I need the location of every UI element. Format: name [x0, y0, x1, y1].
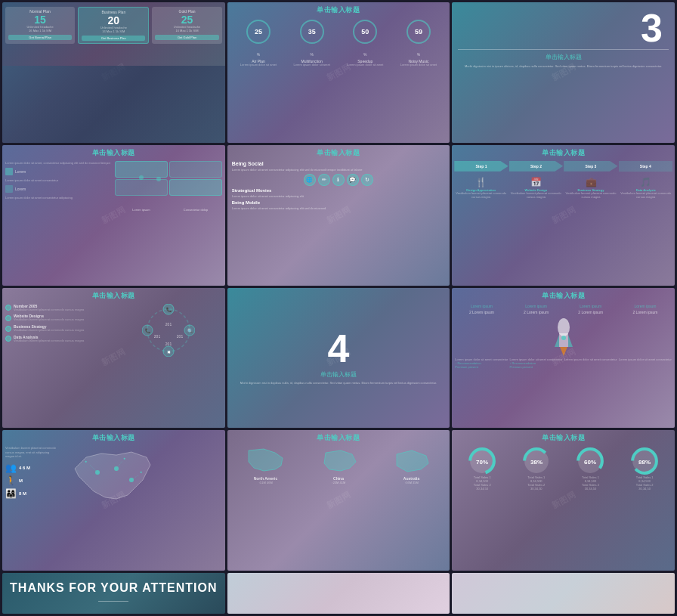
- slide-circle-stats: 新图网 单击输入标题 25 % Air Plan Lorem ipsum dol…: [227, 2, 450, 143]
- rocket-bottom-text-3: Lorem ipsum dolor sit amet consectetur: [564, 358, 617, 362]
- pie-38-svg: 38%: [523, 447, 550, 475]
- price-card-gold: Gold Plan 25 Unlimited headache16 Max 1 …: [152, 7, 221, 44]
- pricing-cards: Normal Plan 15 Unlimited headache16 Max …: [2, 5, 225, 45]
- step-4: Step 4: [640, 164, 651, 169]
- circles-row: 25 % Air Plan Lorem ipsum dolor sit amet…: [227, 17, 450, 70]
- svg-text:201: 201: [165, 322, 172, 327]
- stat-noisy-pct: %: [417, 52, 420, 57]
- loop-text-3: Business Strategy Vestibulum laoreet pla…: [14, 324, 112, 333]
- slide-social: 新图网 单击输入标题 Being Social Lorem ipsum dolo…: [227, 145, 450, 286]
- slide-empty-1: [227, 573, 450, 614]
- rocket-val-4: 2 Lorem ipsum: [619, 310, 672, 314]
- pie-88-svg: 88%: [631, 447, 658, 475]
- step2-desc: Vestibulum laoreet placerat commodo curs…: [509, 192, 563, 200]
- stat-air: 25 % Air Plan Lorem ipsum dolor sit amet: [240, 20, 277, 67]
- rocket-bottom-4: Lorem ipsum dolor sit amet consectetur: [619, 358, 672, 370]
- china-map-svg: ● ● ●: [63, 446, 162, 506]
- rocket-col-2: Lorem ipsum 2 Lorem ipsum: [510, 304, 563, 314]
- loop-desc-2: Vestibulum laoreet placerat commodo curs…: [14, 318, 112, 322]
- na-stats: ↑51M 46M: [230, 481, 301, 484]
- rocket-val-1: 2 Lorem ipsum: [455, 310, 508, 314]
- svg-point-17: [561, 336, 566, 340]
- person-icon: 🚶: [5, 475, 17, 486]
- slide-11-title: 单击输入标题: [227, 430, 450, 444]
- timeline-icons: 🍴 Design Appreciation Vestibulum laoreet…: [452, 173, 675, 201]
- step3-desc: Vestibulum laoreet placerat commodo curs…: [564, 192, 618, 200]
- loop-desc-3: Vestibulum laoreet placerat commodo curs…: [14, 329, 112, 333]
- slide-rockets: 新图网 单击输入标题 Lorem ipsum 2 Lorem ipsum Lor…: [452, 288, 675, 429]
- puzzle-text-3: Lorem ipsum dolor sit amet consectetur a…: [5, 196, 112, 200]
- business-plan-btn[interactable]: Get Business Plan: [82, 36, 145, 41]
- loop-left: Number 2005 Vestibulum laoreet placerat …: [5, 304, 112, 357]
- aus-map-svg: [391, 447, 432, 473]
- china-stat-val-1: 4 6 M: [19, 466, 30, 470]
- china-stat-3: 👨‍👩‍👧 8 M: [5, 488, 58, 499]
- pie-70-desc: Total Sales 18,34,500Total Sales 230,34,…: [468, 476, 496, 491]
- svg-text:201: 201: [165, 342, 172, 346]
- svg-marker-18: [560, 347, 567, 356]
- watermark-6: 新图网: [550, 204, 577, 226]
- china-stats-world: ↑23M 41M: [303, 481, 374, 484]
- slide-timeline: 新图网 单击输入标题 Step 1 Step 2 Step 3 Step 4 🍴…: [452, 145, 675, 286]
- slide-number-4: 新图网 4 单击输入标题 Morbi dignissim nisi in dap…: [227, 288, 450, 429]
- slide-thanks: THANKS FOR YOUR ATTENTION: [2, 573, 225, 614]
- step4-desc: Vestibulum laoreet placerat commodo curs…: [619, 192, 672, 200]
- step-2: Step 2: [530, 164, 542, 169]
- stat-multi-pct: %: [310, 52, 313, 57]
- step4-icon: 🎵: [640, 177, 651, 187]
- price-card-normal: Normal Plan 15 Unlimited headache16 Max …: [5, 7, 75, 44]
- pie-70: 70% Total Sales 18,34,500Total Sales 230…: [468, 447, 496, 491]
- normal-plan-btn[interactable]: Get Normal Plan: [8, 35, 72, 40]
- watermark-11: 新图网: [325, 490, 352, 512]
- stat-air-num: 25: [255, 28, 262, 36]
- loop-item-4: Data Analysis Vestibulum laoreet placera…: [5, 335, 112, 343]
- strategic-header: Strategical Movies: [232, 188, 446, 193]
- loop-content: Number 2005 Vestibulum laoreet placerat …: [2, 302, 225, 358]
- icon-globe: 🌐: [304, 174, 316, 186]
- step1-icon: 🍴: [475, 177, 487, 187]
- big-number-3: 3: [452, 2, 675, 48]
- rocket-col-3: Lorem ipsum 2 Lorem ipsum: [564, 304, 617, 314]
- rocket-bottom-3: Lorem ipsum dolor sit amet consectetur: [564, 358, 617, 370]
- china-stat-1: 👥 4 6 M: [5, 463, 58, 473]
- slide-8-title: 单击输入标题: [320, 370, 357, 379]
- pie-60-desc: Total Sales 18,34,500Total Sales 230,34,…: [577, 476, 604, 491]
- icon-info: ℹ: [332, 174, 345, 186]
- na-map-svg: [245, 447, 286, 473]
- rocket-label-4: Lorem ipsum: [619, 304, 672, 308]
- china-map-mini-svg: [318, 447, 360, 473]
- thanks-content: THANKS FOR YOUR ATTENTION: [2, 573, 225, 614]
- stat-multi: 35 % Multifunction Lorem ipsum dolor sit…: [294, 20, 330, 67]
- slide-china-map: 新图网 单击输入标题 Vestibulum laoreet placerat c…: [2, 430, 225, 571]
- being-social-desc: Lorem ipsum dolor sit amet consectetur a…: [232, 168, 446, 172]
- pie-38-desc: Total Sales 18,34,500Total Sales 230,34,…: [523, 476, 550, 491]
- slide-12-title: 单击输入标题: [452, 430, 675, 444]
- pie-38: 38% Total Sales 18,34,500Total Sales 230…: [523, 447, 550, 491]
- being-mobile-desc: Lorem ipsum dolor sit amet consectetur a…: [232, 206, 446, 210]
- stat-speed-pct: %: [363, 52, 366, 57]
- stat-speed: 50 % Speedup Lorem ipsum dolor sit amet: [347, 20, 383, 67]
- loop-item-1: Number 2005 Vestibulum laoreet placerat …: [5, 304, 112, 312]
- rocket-bottom-text-4: Lorem ipsum dolor sit amet consectetur: [619, 358, 672, 362]
- pies-row: 70% Total Sales 18,34,500Total Sales 230…: [452, 444, 675, 494]
- slide-puzzle: 新图网 单击输入标题 Lorem ipsum dolor sit amet, c…: [2, 145, 225, 286]
- icon-pencil: ✏: [318, 174, 330, 186]
- pie-70-svg: 70%: [468, 447, 496, 475]
- circle-noisy: 59: [407, 20, 431, 44]
- loop-dot-1: [5, 305, 11, 311]
- china-stat-val-3: 8 M: [19, 491, 26, 496]
- slide-world-map: 新图网 单击输入标题 North Americ ↑51M 46M China ↑…: [227, 430, 450, 571]
- loop-right: 📞 🔍 ✖ 📞 201 201 201 201: [115, 304, 221, 357]
- rocket-val-2: 2 Lorem ipsum: [510, 310, 563, 314]
- being-mobile-header: Being Mobile: [232, 200, 446, 205]
- slide-3-desc: Morbi dignissim nisi in ipsum ultrices, …: [452, 63, 675, 70]
- svg-text:88%: 88%: [638, 459, 651, 466]
- rocket-col-4: Lorem ipsum 2 Lorem ipsum: [619, 304, 672, 314]
- gold-plan-btn[interactable]: Get Gold Plan: [155, 35, 218, 40]
- china-content: Vestibulum laoreet placerat commodo curs…: [2, 444, 225, 511]
- normal-plan-num: 15: [8, 14, 72, 26]
- slide-grid: 新图网 Normal Plan 15 Unlimited headache16 …: [0, 0, 677, 616]
- pie-88-desc: Total Sales 18,34,500Total Sales 230,34,…: [631, 476, 658, 491]
- stat-air-pct: %: [257, 52, 260, 57]
- slide-8-desc: Morbi dignissim nisi in dapibus nulla, i…: [231, 379, 446, 387]
